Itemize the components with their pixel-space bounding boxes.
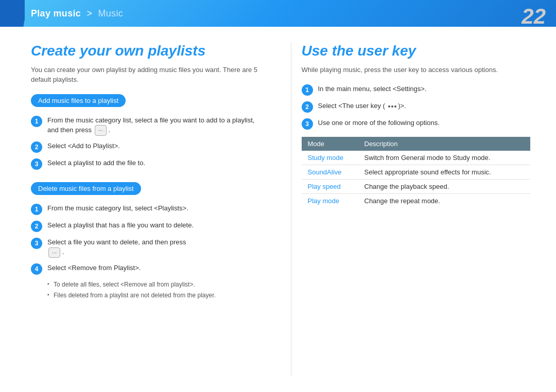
header-bar: Play music > Music [0,0,556,27]
delete-step-2-text: Select a playlist that has a file you wa… [47,220,194,230]
table-row: SoundAliveSelect appropriate sound effec… [302,165,531,180]
right-step-2: 2 Select <The user key ( )>. [302,101,531,113]
accent-decoration [0,0,25,27]
delete-step-2-number: 2 [31,221,42,232]
delete-step-3-number: 3 [31,238,42,249]
table-cell-mode: Study mode [302,151,358,165]
delete-step-1-text: From the music category list, select <Pl… [47,203,188,213]
right-step-3: 3 Use one or more of the following optio… [302,118,531,130]
table-header-description: Description [358,137,531,151]
table-cell-mode: SoundAlive [302,165,358,180]
delete-step-3: 3 Select a file you want to delete, and … [31,237,260,258]
delete-step-4-number: 4 [31,263,42,275]
left-column: Create your own playlists You can create… [31,42,270,377]
right-step-1: 1 In the main menu, select <Settings>. [302,84,531,96]
right-step-2-text: Select <The user key ( )>. [318,101,406,111]
table-row: Play speedChange the playback speed. [302,180,531,194]
delete-step-4-text: Select <Remove from Playlist>. [47,263,141,273]
bullet-item-2: Files deleted from a playlist are not de… [47,291,260,300]
table-body: Study modeSwitch from General mode to St… [302,151,531,208]
table-cell-description: Select appropriate sound effects for mus… [358,165,531,180]
table-cell-description: Switch from General mode to Study mode. [358,151,531,165]
right-step-1-text: In the main menu, select <Settings>. [318,84,427,94]
add-step-3-text: Select a playlist to add the file to. [47,158,145,168]
right-step-3-text: Use one or more of the following options… [318,118,440,128]
options-table: Mode Description Study modeSwitch from G… [302,137,531,208]
delete-music-button[interactable]: Delete music files from a playlist [31,182,141,195]
add-step-2-number: 2 [31,141,42,153]
add-step-3-number: 3 [31,158,42,170]
right-section-subtitle: While playing music, press the user key … [302,65,531,75]
table-cell-description: Change the playback speed. [358,180,531,194]
add-step-1-text: From the music category list, select a f… [47,115,260,136]
table-cell-mode: Play speed [302,180,358,194]
main-content: Create your own playlists You can create… [0,27,556,392]
breadcrumb-main: Play music [31,8,81,19]
table-cell-mode: Play mode [302,194,358,208]
table-cell-description: Change the repeat mode. [358,194,531,208]
keyboard-icon-2: ··· [48,247,60,258]
delete-step-3-text: Select a file you want to delete, and th… [47,237,186,258]
right-step-3-number: 3 [302,118,313,130]
add-step-3: 3 Select a playlist to add the file to. [31,158,260,170]
add-step-2: 2 Select <Add to Playlist>. [31,141,260,153]
delete-step-1-number: 1 [31,204,42,215]
right-step-2-number: 2 [302,101,313,113]
delete-step-2: 2 Select a playlist that has a file you … [31,220,260,232]
breadcrumb-separator: > [86,8,92,19]
add-step-1-number: 1 [31,116,42,127]
right-column: Use the user key While playing music, pr… [291,42,531,377]
table-header-row: Mode Description [302,137,531,151]
three-dots-icon [388,105,396,108]
keyboard-icon-1: ··· [95,125,107,136]
delete-step-4: 4 Select <Remove from Playlist>. [31,263,260,275]
page-number: 22 [522,4,546,29]
table-row: Play modeChange the repeat mode. [302,194,531,208]
add-step-2-text: Select <Add to Playlist>. [47,141,120,151]
left-section-subtitle: You can create your own playlist by addi… [31,65,260,85]
bullet-item-1: To delete all files, select <Remove all … [47,280,260,289]
bullet-list: To delete all files, select <Remove all … [47,280,260,300]
table-row: Study modeSwitch from General mode to St… [302,151,531,165]
add-step-1: 1 From the music category list, select a… [31,115,260,136]
table-header-mode: Mode [302,137,358,151]
breadcrumb: Play music > Music [31,8,123,19]
right-step-1-number: 1 [302,84,313,96]
left-section-title: Create your own playlists [31,42,260,60]
delete-step-1: 1 From the music category list, select <… [31,203,260,215]
breadcrumb-sub: Music [98,8,124,19]
right-section-title: Use the user key [302,42,531,60]
add-music-button[interactable]: Add music files to a playlist [31,94,126,107]
